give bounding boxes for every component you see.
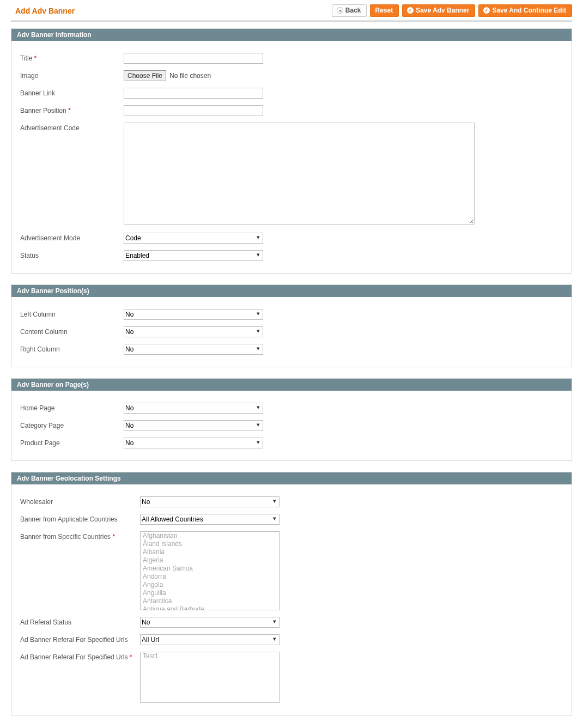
banner-link-label: Banner Link (20, 88, 124, 97)
save-button-label: Save Adv Banner (416, 7, 469, 14)
banner-position-label: Banner Position * (20, 105, 124, 114)
country-option[interactable]: Åland Islands (141, 540, 279, 548)
section-positions: Adv Banner Position(s) Left Column No Co… (11, 284, 572, 367)
wholesaler-select[interactable]: No (140, 496, 280, 507)
title-input[interactable] (124, 53, 263, 64)
save-continue-button-label: Save And Continue Edit (492, 7, 566, 14)
country-option[interactable]: Albania (141, 548, 279, 556)
image-label: Image (20, 70, 124, 80)
ad-code-textarea[interactable] (124, 123, 475, 225)
country-option[interactable]: American Samoa (141, 565, 279, 573)
country-option[interactable]: Angola (141, 581, 279, 589)
left-column-select[interactable]: No (124, 309, 263, 320)
referal-urls-select[interactable]: All Url (140, 634, 280, 645)
product-page-label: Product Page (20, 438, 124, 447)
referal-urls-multiselect[interactable]: Test1 (140, 652, 280, 703)
reset-button[interactable]: Reset (370, 4, 399, 17)
referal-urls-specific-label: Ad Banner Referal For Specified Urls * (20, 652, 140, 661)
reset-button-label: Reset (375, 7, 393, 14)
country-option[interactable]: Antigua and Barbuda (141, 605, 279, 610)
header-divider (11, 20, 572, 22)
country-option[interactable]: Afghanistan (141, 532, 279, 540)
applicable-countries-label: Banner from Applicable Countries (20, 514, 140, 523)
section-pages-heading: Adv Banner on Page(s) (11, 379, 572, 391)
section-geo-heading: Adv Banner Geolocation Settings (11, 472, 572, 484)
back-arrow-icon: ◂ (337, 7, 343, 14)
referal-status-label: Ad Referal Status (20, 617, 140, 626)
section-pages: Adv Banner on Page(s) Home Page No Categ… (11, 378, 572, 461)
banner-position-input[interactable] (124, 105, 263, 116)
referal-urls-label: Ad Banner Referal For Specified Urls (20, 634, 140, 644)
home-page-label: Home Page (20, 403, 124, 412)
ad-mode-select[interactable]: Code (124, 233, 263, 244)
home-page-select[interactable]: No (124, 403, 263, 414)
right-column-label: Right Column (20, 344, 124, 353)
check-icon: ✓ (407, 7, 414, 14)
referal-status-select[interactable]: No (140, 617, 280, 628)
banner-link-input[interactable] (124, 88, 263, 99)
right-column-select[interactable]: No (124, 344, 263, 355)
save-continue-button[interactable]: ✓ Save And Continue Edit (478, 4, 572, 17)
section-positions-heading: Adv Banner Position(s) (11, 285, 572, 297)
save-button[interactable]: ✓ Save Adv Banner (402, 4, 475, 17)
specific-countries-label: Banner from Specific Countries * (20, 531, 140, 541)
applicable-countries-select[interactable]: All Allowed Countries (140, 514, 280, 525)
section-info: Adv Banner information Title * Image Cho… (11, 28, 572, 274)
section-info-heading: Adv Banner information (11, 29, 572, 41)
ad-code-label: Advertisement Code (20, 123, 124, 132)
country-option[interactable]: Anguilla (141, 589, 279, 597)
status-select[interactable]: Enabled (124, 250, 263, 261)
page-header: Add Adv Banner ◂ Back Reset ✓ Save Adv B… (11, 0, 572, 19)
specific-countries-multiselect[interactable]: AfghanistanÅland IslandsAlbaniaAlgeriaAm… (140, 531, 280, 610)
category-page-select[interactable]: No (124, 420, 263, 431)
country-option[interactable]: Andorra (141, 573, 279, 581)
page-title: Add Adv Banner (15, 7, 75, 15)
wholesaler-label: Wholesaler (20, 496, 140, 506)
content-column-label: Content Column (20, 326, 124, 336)
action-buttons: ◂ Back Reset ✓ Save Adv Banner ✓ Save An… (332, 4, 572, 17)
file-chosen-status: No file chosen (169, 72, 211, 80)
content-column-select[interactable]: No (124, 326, 263, 337)
left-column-label: Left Column (20, 309, 124, 318)
category-page-label: Category Page (20, 420, 124, 429)
check-icon: ✓ (483, 7, 490, 14)
ad-mode-label: Advertisement Mode (20, 233, 124, 242)
country-option[interactable]: Algeria (141, 556, 279, 565)
back-button-label: Back (345, 7, 361, 14)
product-page-select[interactable]: No (124, 438, 263, 448)
section-geo: Adv Banner Geolocation Settings Wholesal… (11, 472, 572, 715)
country-option[interactable]: Antarctica (141, 597, 279, 605)
choose-file-button[interactable]: Choose File (124, 70, 166, 81)
title-label: Title * (20, 53, 124, 62)
url-option[interactable]: Test1 (141, 652, 279, 660)
status-label: Status (20, 250, 124, 259)
back-button[interactable]: ◂ Back (332, 4, 367, 17)
